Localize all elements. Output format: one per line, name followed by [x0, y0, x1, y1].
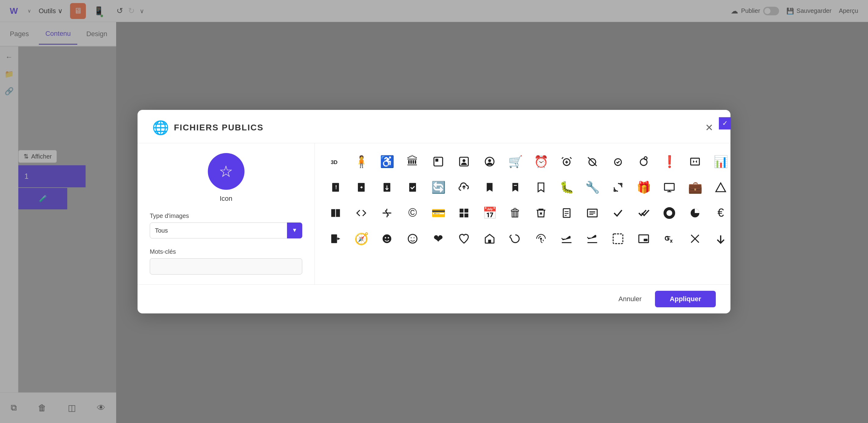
icon-fingerprint[interactable]	[530, 228, 552, 250]
icon-alarm[interactable]: ⏰	[530, 150, 552, 173]
icon-description[interactable]	[556, 202, 578, 224]
icon-delete-x[interactable]	[530, 202, 552, 224]
icon-dashboard[interactable]	[453, 202, 475, 224]
svg-text:!: !	[335, 184, 337, 190]
icon-assignment-alert[interactable]: !	[324, 176, 347, 198]
modal-footer: Annuler Appliquer	[137, 284, 731, 313]
icon-grid: 3D 🧍 ♿ 🏛 🛒 ⏰ ❗ 📊	[324, 150, 723, 256]
icon-assignment-check[interactable]	[402, 176, 424, 198]
icon-square-account[interactable]	[427, 150, 449, 173]
icon-refresh-circle[interactable]	[504, 228, 526, 250]
icon-google-translate[interactable]: G	[658, 228, 680, 250]
icon-bar-chart[interactable]: 📊	[710, 150, 731, 173]
svg-point-67	[408, 234, 417, 243]
icon-exit-right[interactable]	[324, 228, 347, 250]
icon-assignment-return[interactable]	[350, 176, 372, 198]
keywords-form-group: Mots-clés	[150, 248, 302, 275]
icon-select-dashed[interactable]	[607, 228, 629, 250]
svg-point-56	[665, 208, 674, 217]
modal-fichiers-publics: ✓ 🌐 FICHIERS PUBLICS ✕ ☆ Icon Type d'i	[137, 110, 731, 313]
svg-rect-38	[336, 209, 340, 217]
icon-bug[interactable]: 🐛	[556, 176, 578, 198]
icon-check[interactable]	[607, 202, 629, 224]
modal-close-button[interactable]: ✕	[702, 121, 716, 134]
apply-button[interactable]: Appliquer	[655, 291, 716, 307]
icon-bookmark-black[interactable]	[504, 176, 526, 198]
icon-bank[interactable]: 🏛	[402, 150, 424, 173]
icon-donut[interactable]	[658, 202, 680, 224]
icon-warning-outline[interactable]	[710, 176, 731, 198]
cancel-button[interactable]: Annuler	[611, 291, 649, 307]
svg-rect-26	[409, 183, 416, 192]
icon-wrench[interactable]: 🔧	[581, 176, 603, 198]
icon-face-smile[interactable]	[402, 228, 424, 250]
icon-bookmark-outline[interactable]	[530, 176, 552, 198]
icon-code[interactable]	[350, 202, 372, 224]
icon-heart-outline[interactable]	[453, 228, 475, 250]
svg-point-6	[488, 159, 491, 162]
icon-explore[interactable]: 🧭	[350, 228, 372, 250]
svg-rect-48	[563, 208, 570, 217]
svg-point-14	[644, 157, 647, 160]
icon-copyright[interactable]: ©	[402, 202, 424, 224]
svg-point-69	[413, 237, 414, 238]
icon-flight-land[interactable]	[556, 228, 578, 250]
svg-text:3D: 3D	[331, 159, 337, 165]
icon-gift[interactable]: 🎁	[633, 176, 655, 198]
icon-alarm-add[interactable]	[556, 150, 578, 173]
icon-assignment-down[interactable]	[376, 176, 398, 198]
keywords-label: Mots-clés	[150, 248, 302, 255]
icon-accessible[interactable]: ♿	[376, 150, 398, 173]
icon-bookmark-filled[interactable]	[478, 176, 501, 198]
svg-point-64	[383, 234, 392, 243]
icon-account-box[interactable]	[453, 150, 475, 173]
icon-autorenew[interactable]: 🔄	[427, 176, 449, 198]
icon-euro[interactable]: €	[710, 202, 731, 224]
icon-picture-in-picture[interactable]	[633, 228, 655, 250]
icon-face[interactable]	[376, 228, 398, 250]
selected-icon-glyph: ☆	[219, 162, 233, 180]
modal-header: 🌐 FICHIERS PUBLICS ✕	[137, 110, 731, 143]
keywords-input[interactable]	[150, 258, 302, 275]
selected-icon-circle: ☆	[208, 153, 245, 190]
icon-person-standing[interactable]: 🧍	[350, 150, 372, 173]
icon-pie-chart[interactable]	[684, 202, 706, 224]
svg-point-68	[411, 237, 412, 238]
icon-alarm-check[interactable]	[607, 150, 629, 173]
modal-check: ✓	[719, 117, 731, 130]
svg-point-65	[385, 237, 386, 238]
icon-cart[interactable]: 🛒	[504, 150, 526, 173]
type-select[interactable]: Tous	[150, 223, 302, 238]
icon-arrow-down[interactable]	[710, 228, 731, 250]
modal-right-panel: 3D 🧍 ♿ 🏛 🛒 ⏰ ❗ 📊	[315, 143, 731, 284]
svg-rect-72	[613, 234, 623, 244]
icon-3d[interactable]: 3D	[324, 150, 347, 173]
icon-calendar[interactable]: 📅	[478, 202, 501, 224]
icon-alarm-circle[interactable]	[633, 150, 655, 173]
icon-compress[interactable]	[376, 202, 398, 224]
modal-overlay: ✓ 🌐 FICHIERS PUBLICS ✕ ☆ Icon Type d'i	[0, 0, 868, 423]
icon-alert[interactable]: ❗	[658, 150, 680, 173]
icon-book-open[interactable]	[324, 202, 347, 224]
svg-rect-42	[460, 208, 464, 213]
icon-alarm-off[interactable]	[581, 150, 603, 173]
icon-credit-card[interactable]: 💳	[427, 202, 449, 224]
icon-double-check[interactable]	[633, 202, 655, 224]
icon-cached[interactable]	[607, 176, 629, 198]
icon-monitor[interactable]	[658, 176, 680, 198]
icon-flight-takeoff[interactable]	[581, 228, 603, 250]
icon-briefcase[interactable]: 💼	[684, 176, 706, 198]
modal-globe-icon: 🌐	[152, 120, 169, 136]
icon-list[interactable]	[581, 202, 603, 224]
svg-rect-70	[488, 239, 491, 243]
svg-rect-37	[331, 209, 336, 217]
type-label: Type d'images	[150, 213, 302, 220]
icon-person-circle[interactable]	[478, 150, 501, 173]
icon-cloud-upload[interactable]	[453, 176, 475, 198]
icon-aspect-ratio[interactable]	[684, 150, 706, 173]
icon-cross-swords[interactable]	[684, 228, 706, 250]
icon-delete[interactable]: 🗑	[504, 202, 526, 224]
icon-heart-filled[interactable]: ❤	[427, 228, 449, 250]
icon-home[interactable]	[478, 228, 501, 250]
svg-line-9	[570, 157, 571, 159]
